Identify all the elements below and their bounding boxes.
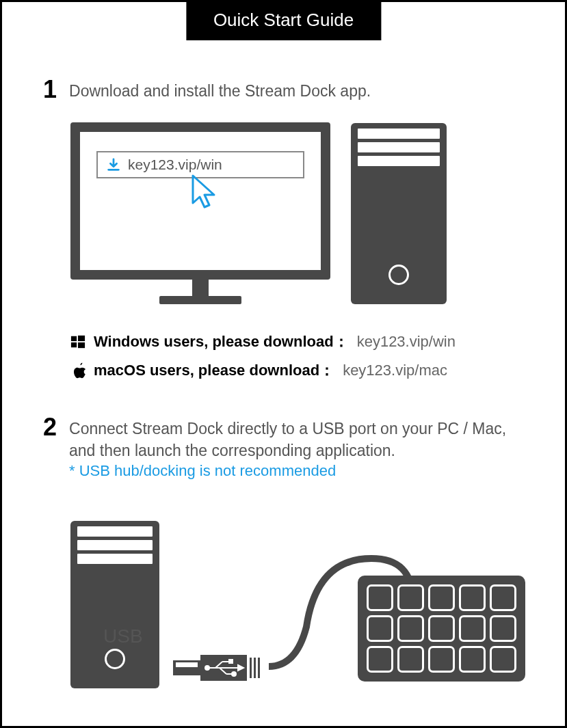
download-icon	[106, 157, 121, 172]
step-2-warning: * USB hub/docking is not recommended	[69, 462, 524, 480]
page-title: Ouick Start Guide	[213, 10, 354, 30]
mac-url: key123.vip/mac	[343, 362, 447, 379]
illustration-computer: key123.vip/win	[70, 122, 524, 304]
usb-label: USB	[103, 625, 143, 647]
power-button-icon-2	[105, 649, 125, 669]
streamdock-device-icon	[358, 576, 525, 682]
svg-rect-2	[71, 342, 77, 347]
step-2: 2 Connect Stream Dock directly to a USB …	[43, 415, 524, 479]
windows-icon	[70, 334, 85, 349]
windows-download-line: Windows users, please download： key123.v…	[70, 332, 524, 352]
svg-rect-0	[71, 336, 77, 341]
tower-slots-2	[70, 521, 159, 567]
windows-url: key123.vip/win	[357, 333, 456, 351]
illustration-connection: USB	[70, 497, 524, 688]
svg-rect-3	[78, 342, 85, 348]
monitor-screen: key123.vip/win	[70, 122, 330, 280]
svg-rect-1	[78, 336, 85, 341]
svg-rect-5	[176, 662, 198, 667]
svg-point-14	[232, 672, 236, 676]
pc-tower-icon	[351, 123, 447, 304]
monitor-stand-base	[159, 296, 241, 304]
svg-rect-17	[254, 658, 256, 678]
title-banner: Ouick Start Guide	[186, 0, 381, 40]
monitor-icon: key123.vip/win	[70, 122, 330, 304]
tower-slots	[351, 123, 447, 170]
power-button-icon	[388, 265, 409, 285]
mac-label: macOS users, please download：	[94, 360, 334, 381]
step-1-number: 1	[43, 77, 57, 102]
step-2-number: 2	[43, 415, 57, 440]
content-area: 1 Download and install the Stream Dock a…	[2, 2, 565, 716]
mac-download-line: macOS users, please download： key123.vip…	[70, 360, 524, 381]
page-frame: Ouick Start Guide 1 Download and install…	[0, 0, 567, 728]
step-2-text: Connect Stream Dock directly to a USB po…	[69, 415, 524, 461]
pc-tower-icon-2	[70, 521, 159, 688]
cursor-icon	[189, 174, 224, 212]
apple-icon	[70, 362, 85, 379]
svg-rect-11	[229, 660, 233, 663]
step-1-text: Download and install the Stream Dock app…	[69, 77, 371, 102]
step-1: 1 Download and install the Stream Dock a…	[43, 77, 524, 102]
tower-body	[351, 170, 447, 304]
windows-label: Windows users, please download：	[94, 332, 349, 352]
monitor-stand-neck	[192, 280, 209, 296]
url-bar-text: key123.vip/win	[128, 157, 222, 173]
svg-rect-16	[250, 658, 252, 678]
download-instructions: Windows users, please download： key123.v…	[70, 332, 524, 381]
svg-rect-18	[258, 658, 260, 678]
